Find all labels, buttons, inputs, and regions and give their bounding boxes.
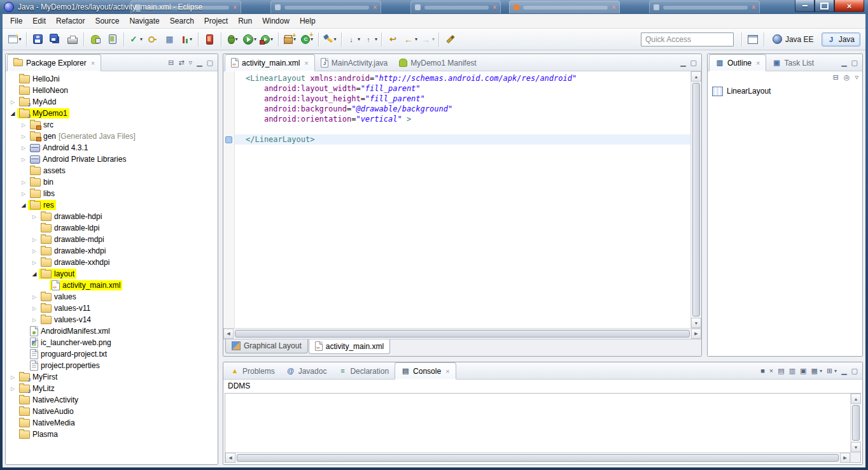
- line-marker-icon[interactable]: [225, 136, 232, 143]
- pencil-button[interactable]: [442, 32, 459, 47]
- tree-item-project-properties[interactable]: project.properties: [6, 360, 218, 371]
- editor-tab-mainactivity-java[interactable]: MainActivity.java: [315, 55, 393, 71]
- code-editor[interactable]: <LinearLayout xmlns:android="http://sche…: [235, 71, 690, 328]
- closed-expander-icon[interactable]: ▷: [19, 134, 28, 139]
- scrollbar-thumb[interactable]: [235, 330, 690, 338]
- outline-tab-task-list[interactable]: ▣Task List: [766, 55, 820, 71]
- closed-expander-icon[interactable]: ▷: [19, 191, 28, 197]
- previous-annotation-button[interactable]: ▾: [361, 32, 379, 47]
- tree-item-values-v14[interactable]: ▷values-v14: [6, 314, 218, 325]
- view-menu-icon[interactable]: ▿: [189, 59, 193, 66]
- minimize-icon[interactable]: ▁: [841, 59, 846, 66]
- code-line-1[interactable]: <LinearLayout xmlns:android="http://sche…: [235, 73, 690, 83]
- close-view-icon[interactable]: ×: [91, 59, 95, 67]
- print-button[interactable]: [64, 32, 81, 47]
- scroll-left-button[interactable]: ◀: [223, 329, 234, 339]
- tree-item-android-private-libraries[interactable]: ▷Android Private Libraries: [6, 153, 218, 165]
- scroll-right-button[interactable]: ▶: [840, 453, 850, 463]
- run-button[interactable]: ▾: [241, 32, 258, 47]
- next-annotation-button[interactable]: ▾: [344, 32, 361, 47]
- scroll-lock-icon[interactable]: ▥: [789, 367, 795, 374]
- search-button[interactable]: ▾: [321, 32, 339, 47]
- tree-item-drawable-xhdpi[interactable]: ▷drawable-xhdpi: [6, 245, 218, 257]
- menu-item-run[interactable]: Run: [233, 15, 257, 27]
- minimize-icon[interactable]: ▁: [841, 367, 846, 374]
- tree-item-drawable-xxhdpi[interactable]: ▷drawable-xxhdpi: [6, 257, 218, 268]
- console-tab-problems[interactable]: ▲Problems: [225, 363, 281, 379]
- close-window-button[interactable]: ×: [834, 0, 864, 12]
- code-line-4[interactable]: android:background="@drawable/background…: [235, 104, 690, 114]
- closed-expander-icon[interactable]: ▷: [8, 374, 17, 380]
- scroll-up-button[interactable]: ▲: [851, 394, 861, 404]
- tree-item-mylitz[interactable]: ▷MyLitz: [6, 383, 218, 394]
- tree-item-drawable-ldpi[interactable]: drawable-ldpi: [6, 222, 218, 234]
- closed-expander-icon[interactable]: ▷: [8, 386, 17, 392]
- scrollbar-thumb[interactable]: [692, 83, 700, 317]
- menu-item-edit[interactable]: Edit: [27, 15, 51, 27]
- closed-expander-icon[interactable]: ▷: [30, 237, 39, 243]
- closed-expander-icon[interactable]: ▷: [30, 294, 39, 300]
- open-expander-icon[interactable]: ◢: [19, 202, 28, 208]
- editor-tab-mydemo1-manifest[interactable]: MyDemo1 Manifest: [393, 55, 482, 71]
- code-line-7[interactable]: </LinearLayout>: [235, 134, 690, 145]
- tree-item-nativemedia[interactable]: NativeMedia: [6, 417, 218, 429]
- dropdown-arrow-icon[interactable]: ▾: [270, 36, 273, 42]
- new-java-class-button[interactable]: ▾: [298, 32, 316, 47]
- closed-expander-icon[interactable]: ▷: [19, 180, 28, 185]
- dropdown-arrow-icon[interactable]: ▾: [432, 36, 435, 42]
- closed-expander-icon[interactable]: ▷: [30, 214, 39, 220]
- scrollbar-thumb[interactable]: [852, 405, 860, 441]
- tree-item-plasma[interactable]: Plasma: [6, 429, 218, 440]
- view-menu-icon[interactable]: ▿: [855, 74, 858, 81]
- minimize-icon[interactable]: ▁: [197, 59, 202, 66]
- ddms-device-button[interactable]: [201, 32, 218, 47]
- collapse-all-icon[interactable]: ⊟: [833, 74, 839, 81]
- last-edit-location-button[interactable]: [384, 32, 402, 47]
- closed-expander-icon[interactable]: ▷: [8, 99, 17, 105]
- close-tab-icon[interactable]: ×: [304, 59, 308, 67]
- back-button[interactable]: ▾: [402, 32, 419, 47]
- junit-run-button[interactable]: ▾: [127, 32, 144, 47]
- remove-launch-icon[interactable]: ×: [769, 367, 773, 374]
- closed-expander-icon[interactable]: ▷: [19, 145, 28, 151]
- menu-item-help[interactable]: Help: [295, 15, 321, 27]
- maximize-icon[interactable]: ▢: [851, 367, 858, 374]
- tree-item-myadd[interactable]: ▷MyAdd: [6, 96, 218, 108]
- open-console-dropdown-icon[interactable]: ▾: [834, 369, 837, 374]
- perspective-java[interactable]: JJava: [822, 32, 860, 46]
- maximize-window-button[interactable]: [815, 0, 834, 12]
- tree-item-res[interactable]: ◢res: [6, 199, 218, 211]
- menu-item-source[interactable]: Source: [90, 15, 124, 27]
- tree-item-ic-launcher-web-png[interactable]: ic_launcher-web.png: [6, 337, 218, 348]
- open-perspective-button[interactable]: [745, 32, 761, 46]
- tree-item-proguard-project-txt[interactable]: proguard-project.txt: [6, 348, 218, 360]
- code-line-6[interactable]: [235, 124, 690, 134]
- console-tab-javadoc[interactable]: @Javadoc: [281, 363, 333, 379]
- scroll-up-button[interactable]: ▲: [691, 71, 701, 82]
- pin-console-icon[interactable]: ▣: [800, 367, 806, 374]
- menu-item-file[interactable]: File: [5, 15, 27, 27]
- open-expander-icon[interactable]: ◢: [8, 110, 17, 117]
- tree-item-layout[interactable]: ◢layout: [6, 268, 218, 280]
- tree-item-helloneon[interactable]: HelloNeon: [6, 85, 218, 96]
- scroll-down-button[interactable]: ▼: [851, 442, 861, 452]
- scroll-down-button[interactable]: ▼: [691, 318, 701, 328]
- minimize-icon[interactable]: ▁: [680, 59, 685, 66]
- console-tab-declaration[interactable]: ≡Declaration: [332, 363, 395, 379]
- android-virtual-device-manager-button[interactable]: [104, 32, 121, 47]
- closed-expander-icon[interactable]: ▷: [30, 260, 39, 266]
- tree-item-myfirst[interactable]: ▷MyFirst: [6, 371, 218, 383]
- dropdown-arrow-icon[interactable]: ▾: [375, 36, 377, 42]
- menu-item-navigate[interactable]: Navigate: [124, 15, 164, 27]
- tree-item-hellojni[interactable]: HelloJni: [6, 73, 218, 85]
- quick-access-input[interactable]: [641, 32, 734, 46]
- display-console-dropdown-icon[interactable]: ▾: [820, 369, 822, 374]
- new-java-package-button[interactable]: ▾: [281, 32, 298, 47]
- tree-item-bin[interactable]: ▷bin: [6, 176, 218, 188]
- console-horizontal-scrollbar[interactable]: ◀ ▶: [225, 452, 850, 463]
- tree-item-android-4-3-1[interactable]: ▷Android 4.3.1: [6, 142, 218, 153]
- collapse-all-icon[interactable]: ⊟: [168, 59, 174, 66]
- external-tools-button[interactable]: ▾: [258, 32, 276, 47]
- console-text-area[interactable]: [225, 394, 850, 452]
- debug-button[interactable]: ▾: [224, 32, 241, 47]
